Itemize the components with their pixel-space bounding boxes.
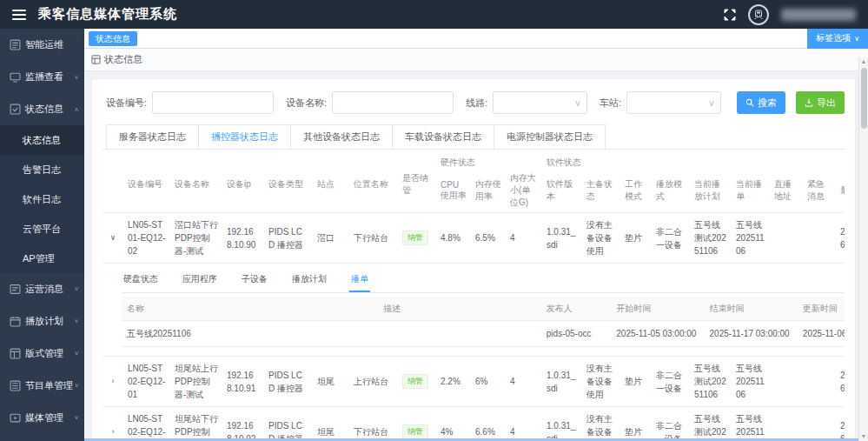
subcol-publisher: 发布人 [541,297,611,321]
fullscreen-icon[interactable] [724,9,736,21]
row-detail: 硬盘状态 应用程序 子设备 播放计划 播单 [103,264,845,357]
detail-tab-sub-devices[interactable]: 子设备 [240,267,269,292]
detail-tab-playlist[interactable]: 播单 [349,267,370,292]
app-title: 乘客信息媒体管理系统 [38,6,177,23]
export-button[interactable]: 导出 [796,91,845,114]
col-location: 位置名称 [349,150,398,213]
subcol-description: 描述 [378,297,541,321]
status-card: 设备编号: 设备名称: 线路: ∨ 车站: ∨ 搜索 [91,78,856,441]
chevron-down-icon: ∨ [74,318,79,324]
sidebar-subitem-alarm-log[interactable]: 告警日志 [0,155,84,184]
sidebar-subitem-status-info[interactable]: 状态信息 [0,125,84,155]
col-mem-size: 内存大小(单位G) [506,169,542,213]
ops-icon [10,39,21,50]
export-icon [805,98,813,107]
sidebar-subitem-ap-management[interactable]: AP管理 [0,244,84,273]
user-avatar-train-icon[interactable] [748,4,769,25]
col-ip: 设备ip [222,150,264,213]
status-grid-icon [91,55,101,64]
playlist-table: 名称 描述 发布人 开始时间 结束时间 更新时间 [122,297,845,347]
sidebar-item-play-plan[interactable]: 播放计划 ∨ [0,305,84,337]
sidebar-item-layout-management[interactable]: 版式管理 ∨ [0,337,84,370]
col-emergency: 紧急消息 [803,169,836,213]
sidebar-item-review-management[interactable]: 审核管理 ∨ [0,434,84,441]
sidebar-item-operation-message[interactable]: 运营消息 ∨ [0,273,84,305]
status-badge: 纳管 [402,374,428,390]
tag-options-button[interactable]: 标签选项 ∨ [807,29,868,49]
tab-controller-status-log[interactable]: 播控器状态日志 [198,124,291,149]
sidebar-item-status-info[interactable]: 状态信息 ∧ [0,93,84,125]
search-button[interactable]: 搜索 [737,91,785,114]
chevron-down-icon: ∨ [574,97,581,109]
sidebar: 智能运维 监播查看 ∨ 状态信息 ∧ 状态信息 告警日志 软件日志 云管平台 A… [0,29,84,441]
sidebar-item-media-management[interactable]: 媒体管理 ∨ [0,402,84,434]
row-expand-toggle[interactable]: › [103,357,123,407]
station-select[interactable]: ∨ [626,91,721,114]
chevron-down-icon: ∨ [74,383,79,389]
tab-other-device-status-log[interactable]: 其他设备状态日志 [290,124,393,149]
app-window: 乘客信息媒体管理系统 [0,0,868,441]
col-group-hardware: 硬件状态 [436,150,542,169]
scroll-down-arrow-icon[interactable]: ▼ [861,432,867,441]
sidebar-subitem-cloud-platform[interactable]: 云管平台 [0,214,84,244]
log-type-tabs: 服务器状态日志 播控器状态日志 其他设备状态日志 车载设备状态日志 电源控制器状… [103,124,845,150]
col-cpu: CPU使用率 [436,169,471,213]
table-row: › LN05-ST02-EQ12-01 坦尾站上行PDP控制器-测试 192.1… [103,357,845,407]
tag-chip-status-info[interactable]: 状态信息 [89,31,137,46]
monitor-icon [10,71,21,83]
username-redacted[interactable] [781,9,856,21]
col-mem: 内存使用率 [471,169,506,213]
status-badge: 纳管 [402,424,428,440]
device-id-label: 设备编号: [106,97,147,110]
breadcrumb: 状态信息 [84,49,868,71]
col-version: 软件版本 [542,169,582,213]
sidebar-item-smart-ops[interactable]: 智能运维 [0,29,84,61]
col-live: 直播地址 [770,169,803,213]
chevron-down-icon: ∨ [74,74,79,80]
status-submenu: 状态信息 告警日志 软件日志 云管平台 AP管理 [0,125,84,273]
device-name-label: 设备名称: [286,97,327,110]
col-device-name: 设备名称 [170,150,222,213]
detail-tab-applications[interactable]: 应用程序 [181,267,219,292]
tab-vehicle-device-status-log[interactable]: 车载设备状态日志 [392,124,494,149]
tab-power-controller-status-log[interactable]: 电源控制器状态日志 [494,124,606,149]
sidebar-subitem-software-log[interactable]: 软件日志 [0,184,84,214]
col-managed: 是否纳管 [398,150,436,213]
status-icon [10,104,21,115]
tag-bar: 状态信息 标签选项 ∨ [84,29,868,49]
tab-server-status-log[interactable]: 服务器状态日志 [106,124,199,149]
col-master: 主备状态 [582,169,620,213]
playlist-row: 五号线20251106 pids-05-occ 2025-11-05 03:00… [122,321,845,347]
scroll-up-arrow-icon[interactable]: ▲ [861,57,867,66]
status-badge: 纳管 [402,231,428,246]
scrollbar-thumb[interactable] [861,68,867,129]
search-form: 设备编号: 设备名称: 线路: ∨ 车站: ∨ 搜索 [103,88,845,124]
col-updated: 最后更新时间 [836,169,845,213]
row-expand-toggle[interactable]: ∨ [103,213,123,264]
subcol-name: 名称 [122,297,378,321]
chevron-down-icon: ∨ [74,415,79,421]
device-name-input[interactable] [332,91,454,114]
sidebar-item-monitor-view[interactable]: 监播查看 ∨ [0,61,84,93]
col-play-mode: 播放模式 [652,169,690,213]
device-table-wrap: 设备编号 设备名称 设备ip 设备类型 站点 位置名称 是否纳管 硬件状态 软件… [103,150,845,440]
search-icon [745,98,754,107]
table-row: ∨ LN05-ST01-EQ12-02 滘口站下行PDP控制器-测试 192.1… [103,213,845,264]
row-expand-toggle[interactable]: › [103,407,123,441]
chevron-down-icon: ∨ [74,351,79,357]
chevron-up-icon: ∧ [74,106,79,112]
hamburger-menu-icon[interactable] [12,10,26,20]
detail-tab-disk-status[interactable]: 硬盘状态 [122,267,160,292]
breadcrumb-label: 状态信息 [104,53,142,66]
chevron-down-icon: ∨ [708,97,715,109]
station-label: 车站: [600,97,621,110]
table-row: › LN05-ST02-EQ12-02 坦尾站下行PDP控制器-测试 192.1… [103,407,845,441]
col-plan: 当前播放计划 [690,169,732,213]
line-select[interactable]: ∨ [493,91,587,114]
media-icon [10,412,21,424]
vertical-scrollbar[interactable]: ▲ ▼ [858,57,868,441]
sidebar-item-program-list[interactable]: 节目单管理 ∨ [0,370,84,402]
device-id-input[interactable] [152,91,274,114]
col-type: 设备类型 [264,150,313,213]
detail-tab-play-plan[interactable]: 播放计划 [290,267,328,292]
